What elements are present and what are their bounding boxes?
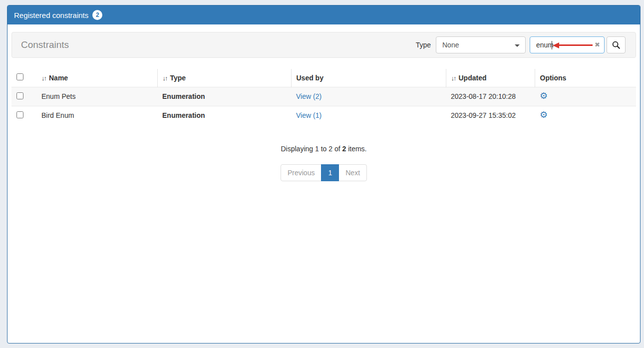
constraints-table: ↓↑Name ↓↑Type Used by ↓↑Updated Options — [11, 69, 636, 125]
constraints-toolbar: Constraints Type None ✖ — [11, 32, 636, 58]
column-header-type[interactable]: ↓↑Type — [157, 69, 291, 87]
text-caret — [552, 41, 552, 49]
name-cell: Bird Enum — [36, 106, 157, 125]
updated-cell: 2023-09-27 15:35:02 — [446, 106, 535, 125]
row-checkbox[interactable] — [16, 92, 23, 99]
count-badge: 2 — [92, 10, 102, 20]
row-select-cell — [11, 106, 36, 125]
panel-title: Registered constraints — [14, 11, 88, 19]
select-all-checkbox[interactable] — [16, 73, 23, 80]
sort-icon[interactable]: ↓↑ — [451, 74, 456, 82]
sort-icon[interactable]: ↓↑ — [163, 74, 167, 82]
chevron-down-icon — [515, 44, 520, 47]
column-label: Updated — [459, 74, 487, 82]
row-select-cell — [11, 87, 36, 106]
column-label: Type — [170, 74, 186, 82]
results-summary: Displaying 1 to 2 of 2 items. — [11, 145, 636, 153]
row-checkbox[interactable] — [16, 111, 23, 118]
type-filter-select[interactable]: None — [436, 36, 526, 53]
search-input[interactable] — [530, 36, 605, 53]
search-field-wrapper: ✖ — [530, 36, 605, 53]
table-header-row: ↓↑Name ↓↑Type Used by ↓↑Updated Options — [11, 69, 636, 87]
panel-header: Registered constraints 2 — [7, 5, 640, 24]
updated-cell: 2023-08-17 20:10:28 — [446, 87, 535, 106]
panel-body: Constraints Type None ✖ — [7, 24, 640, 189]
page-1-button[interactable]: 1 — [321, 164, 339, 181]
name-cell: Enum Pets — [36, 87, 157, 106]
search-icon — [612, 40, 621, 49]
clear-search-icon[interactable]: ✖ — [595, 41, 600, 49]
search-button[interactable] — [607, 36, 626, 53]
type-filter-selected-value: None — [442, 41, 459, 49]
next-page-button[interactable]: Next — [338, 164, 367, 181]
type-filter-label: Type — [416, 41, 431, 49]
column-header-options: Options — [535, 69, 636, 87]
summary-suffix: items. — [346, 145, 366, 153]
column-header-name[interactable]: ↓↑Name — [36, 69, 157, 87]
registered-constraints-panel: Registered constraints 2 Constraints Typ… — [7, 5, 641, 344]
type-cell: Enumeration — [157, 106, 291, 125]
column-header-used-by: Used by — [291, 69, 446, 87]
table-row: Enum Pets Enumeration View (2) 2023-08-1… — [11, 87, 636, 106]
column-label: Used by — [297, 74, 323, 82]
view-usages-link[interactable]: View (1) — [296, 111, 322, 119]
used-by-cell: View (1) — [291, 106, 446, 125]
type-cell: Enumeration — [157, 87, 291, 106]
toolbar-controls: Type None ✖ — [416, 36, 626, 53]
used-by-cell: View (2) — [291, 87, 446, 106]
summary-prefix: Displaying 1 to 2 of — [281, 145, 342, 153]
view-usages-link[interactable]: View (2) — [296, 92, 322, 100]
column-label: Options — [540, 74, 567, 82]
pagination: Previous 1 Next — [11, 164, 636, 181]
select-all-cell — [11, 69, 36, 87]
options-cell: ⚙ — [535, 106, 636, 125]
column-label: Name — [49, 74, 68, 82]
previous-page-button[interactable]: Previous — [281, 164, 322, 181]
column-header-updated[interactable]: ↓↑Updated — [446, 69, 535, 87]
sort-icon[interactable]: ↓↑ — [41, 74, 46, 82]
table-row: Bird Enum Enumeration View (1) 2023-09-2… — [11, 106, 636, 125]
options-cell: ⚙ — [535, 87, 636, 106]
toolbar-title: Constraints — [21, 39, 69, 50]
gear-icon[interactable]: ⚙ — [540, 91, 548, 101]
gear-icon[interactable]: ⚙ — [540, 110, 548, 120]
